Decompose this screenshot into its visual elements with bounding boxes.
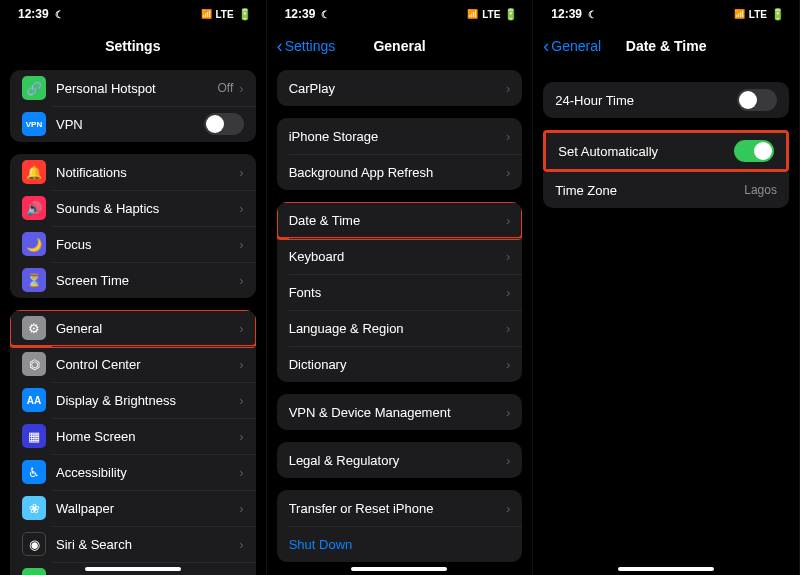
group-timezone: Time Zone Lagos [543,172,789,208]
row-fonts[interactable]: Fonts › [277,274,523,310]
focus-icon: 🌙 [22,232,46,256]
settings-scroll[interactable]: 🔗 Personal Hotspot Off › VPN VPN 🔔 Notif… [0,64,266,575]
set-auto-toggle[interactable] [734,140,774,162]
row-label: Keyboard [289,249,506,264]
row-value: Lagos [744,183,777,197]
home-indicator[interactable] [618,567,714,571]
controlcenter-icon: ⏣ [22,352,46,376]
nav-header: ‹ General Date & Time [533,28,799,64]
row-label: Legal & Regulatory [289,453,506,468]
general-icon: ⚙︎ [22,316,46,340]
group-auto-inner: Set Automatically [546,133,786,169]
siri-icon: ◉ [22,532,46,556]
home-indicator[interactable] [351,567,447,571]
row-screen-time[interactable]: ⏳ Screen Time › [10,262,256,298]
chevron-right-icon: › [506,321,510,336]
group-input: Date & Time › Keyboard › Fonts › Languag… [277,202,523,382]
general-scroll[interactable]: CarPlay › iPhone Storage › Background Ap… [267,64,533,575]
nav-header: ‹ Settings General [267,28,533,64]
highlight-set-auto: Set Automatically [543,130,789,172]
row-storage[interactable]: iPhone Storage › [277,118,523,154]
battery-icon: 🔋 [771,8,785,21]
row-label: 24-Hour Time [555,93,737,108]
row-language[interactable]: Language & Region › [277,310,523,346]
row-shutdown[interactable]: Shut Down [277,526,523,562]
chevron-right-icon: › [239,429,243,444]
row-label: Screen Time [56,273,239,288]
group-24hr: 24-Hour Time [543,82,789,118]
signal-icon: 📶 [734,9,745,19]
vpn-toggle[interactable] [204,113,244,135]
back-label: General [551,38,601,54]
row-label: Transfer or Reset iPhone [289,501,506,516]
row-set-automatically[interactable]: Set Automatically [546,133,786,169]
row-label: Control Center [56,357,239,372]
row-transfer[interactable]: Transfer or Reset iPhone › [277,490,523,526]
row-label: Date & Time [289,213,506,228]
row-control-center[interactable]: ⏣ Control Center › [10,346,256,382]
page-title: Settings [105,38,160,54]
dnd-moon-icon: ☾ [55,9,64,20]
row-date-time[interactable]: Date & Time › [277,202,523,238]
row-vpn-mgmt[interactable]: VPN & Device Management › [277,394,523,430]
network-label: LTE [216,9,234,20]
screentime-icon: ⏳ [22,268,46,292]
row-label: Home Screen [56,429,239,444]
datetime-scroll[interactable]: 24-Hour Time Set Automatically Time Zone… [533,64,799,575]
row-personal-hotspot[interactable]: 🔗 Personal Hotspot Off › [10,70,256,106]
row-24hour[interactable]: 24-Hour Time [543,82,789,118]
home-indicator[interactable] [85,567,181,571]
chevron-right-icon: › [239,537,243,552]
chevron-right-icon: › [239,201,243,216]
row-timezone[interactable]: Time Zone Lagos [543,172,789,208]
row-label: Fonts [289,285,506,300]
chevron-right-icon: › [239,237,243,252]
signal-icon: 📶 [201,9,212,19]
back-label: Settings [285,38,336,54]
back-button[interactable]: ‹ General [543,37,601,55]
row-wallpaper[interactable]: ❀ Wallpaper › [10,490,256,526]
row-dictionary[interactable]: Dictionary › [277,346,523,382]
row-keyboard[interactable]: Keyboard › [277,238,523,274]
chevron-right-icon: › [239,321,243,336]
chevron-right-icon: › [239,165,243,180]
chevron-right-icon: › [506,165,510,180]
group-storage: iPhone Storage › Background App Refresh … [277,118,523,190]
row-vpn[interactable]: VPN VPN [10,106,256,142]
row-accessibility[interactable]: ♿︎ Accessibility › [10,454,256,490]
row-general[interactable]: ⚙︎ General › [10,310,256,346]
status-time: 12:39 [18,7,49,21]
row-focus[interactable]: 🌙 Focus › [10,226,256,262]
row-sounds[interactable]: 🔊 Sounds & Haptics › [10,190,256,226]
chevron-right-icon: › [506,129,510,144]
battery-icon: 🔋 [238,8,252,21]
chevron-right-icon: › [239,273,243,288]
chevron-left-icon: ‹ [543,37,549,55]
row-bg-refresh[interactable]: Background App Refresh › [277,154,523,190]
24hour-toggle[interactable] [737,89,777,111]
signal-icon: 📶 [467,9,478,19]
row-label: VPN [56,117,204,132]
chevron-right-icon: › [239,393,243,408]
notifications-icon: 🔔 [22,160,46,184]
row-home-screen[interactable]: ▦ Home Screen › [10,418,256,454]
row-label: Wallpaper [56,501,239,516]
row-label: Accessibility [56,465,239,480]
row-legal[interactable]: Legal & Regulatory › [277,442,523,478]
row-label: Background App Refresh [289,165,506,180]
row-carplay[interactable]: CarPlay › [277,70,523,106]
wallpaper-icon: ❀ [22,496,46,520]
back-button[interactable]: ‹ Settings [277,37,336,55]
row-notifications[interactable]: 🔔 Notifications › [10,154,256,190]
phone-date-time: 12:39 ☾ 📶 LTE 🔋 ‹ General Date & Time 24… [533,0,800,575]
row-label: Set Automatically [558,144,734,159]
row-label: Notifications [56,165,239,180]
sounds-icon: 🔊 [22,196,46,220]
row-label: Time Zone [555,183,744,198]
row-label: Dictionary [289,357,506,372]
chevron-right-icon: › [239,357,243,372]
row-siri[interactable]: ◉ Siri & Search › [10,526,256,562]
row-display[interactable]: AA Display & Brightness › [10,382,256,418]
chevron-right-icon: › [506,213,510,228]
status-time: 12:39 [551,7,582,21]
